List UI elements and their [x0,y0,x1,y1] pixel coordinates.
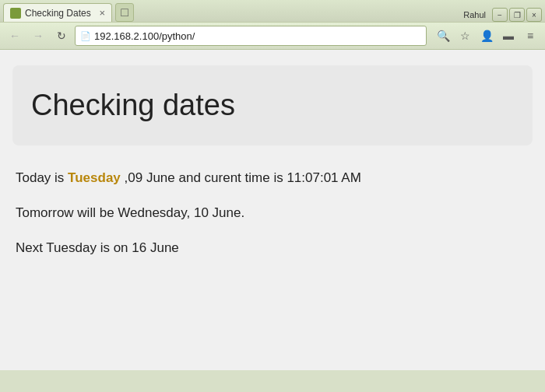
restore-button[interactable]: ❐ [509,8,525,22]
today-day: Tuesday [68,170,121,185]
tab-favicon-icon [10,8,21,19]
today-line: Today is Tuesday ,09 June and curent tim… [16,167,529,188]
heading-box: Checking dates [12,65,533,145]
nav-icons: 🔍 ☆ 👤 ▬ ≡ [433,26,540,46]
content-area: Today is Tuesday ,09 June and curent tim… [12,167,533,259]
address-lock-icon: 📄 [80,31,91,41]
menu-icon[interactable]: ≡ [520,26,540,46]
navbar: ← → ↻ 📄 🔍 ☆ 👤 ▬ ≡ [0,22,545,50]
page-heading: Checking dates [31,89,514,122]
today-prefix: Today is [16,170,68,185]
today-suffix: ,09 June and curent time is 11:07:01 AM [121,170,361,185]
next-tuesday-line: Next Tuesday is on 16 June [16,237,529,258]
reload-button[interactable]: ↻ [51,26,72,46]
new-tab-button[interactable]: □ [115,3,134,22]
tab-close-button[interactable]: × [99,8,105,18]
user-label: Rahul [463,10,486,19]
address-input[interactable] [94,30,421,42]
close-window-button[interactable]: × [526,8,542,22]
extensions-icon[interactable]: ▬ [498,26,519,46]
back-button[interactable]: ← [5,26,25,46]
forward-button[interactable]: → [28,26,48,46]
tomorrow-line: Tomorrow will be Wednesday, 10 June. [16,202,529,223]
minimize-button[interactable]: − [492,8,508,22]
browser-tab[interactable]: Checking Dates × [3,3,112,22]
tab-title: Checking Dates [25,8,94,19]
search-icon[interactable]: 🔍 [433,26,453,46]
address-bar[interactable]: 📄 [75,26,427,46]
user-account-icon[interactable]: 👤 [476,26,497,46]
page-content: Checking dates Today is Tuesday ,09 June… [0,50,545,370]
bookmark-icon[interactable]: ☆ [455,26,475,46]
